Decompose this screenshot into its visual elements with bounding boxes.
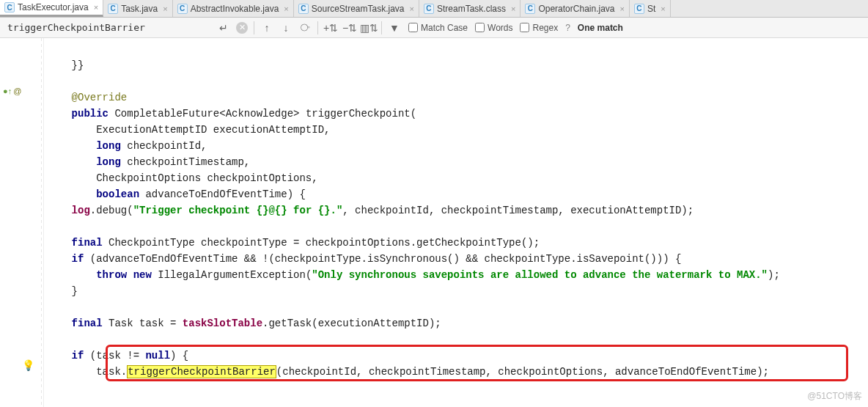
close-icon[interactable]: × — [163, 4, 167, 13]
code-text: .getTask(executionAttemptID); — [262, 318, 441, 329]
code-text: IllegalArgumentException( — [152, 269, 312, 281]
code-indent — [47, 318, 72, 329]
editor-area: ●↑ @ 💡 }} @Override public CompletableFu… — [0, 38, 868, 407]
tab-abstractinvokable-java[interactable]: CAbstractInvokable.java× — [173, 0, 294, 17]
code-text: CheckpointType checkpointType = checkpoi… — [103, 237, 540, 249]
prev-match-icon[interactable]: ↑ — [260, 21, 273, 34]
keyword-final: final — [72, 318, 103, 329]
annotation: @Override — [72, 92, 128, 103]
override-up-icon: ●↑ — [3, 87, 12, 95]
keyword-boolean: boolean — [96, 188, 139, 200]
bulb-icon: 💡 — [22, 359, 34, 371]
code-indent: task. — [47, 366, 127, 378]
select-occurrences-icon[interactable]: ▥⇅ — [362, 21, 375, 34]
close-icon[interactable]: × — [94, 3, 98, 12]
find-input[interactable] — [4, 21, 210, 34]
fold-guide — [41, 38, 42, 407]
string-literal: "Trigger checkpoint {}@{} for {}." — [133, 205, 343, 216]
keyword-if: if — [72, 350, 84, 362]
code-text: (checkpointId, checkpointTimestamp, chec… — [276, 366, 769, 378]
code-text: , checkpointId, checkpointTimestamp, exe… — [342, 205, 694, 216]
code-indent — [47, 350, 72, 362]
tab-label: StreamTask.class — [437, 4, 506, 14]
close-icon[interactable]: × — [410, 4, 414, 13]
code-indent — [47, 205, 72, 216]
close-icon[interactable]: × — [661, 4, 665, 13]
tab-taskexecutor-java[interactable]: CTaskExecutor.java× — [0, 0, 103, 17]
override-gutter-icon[interactable]: ●↑ @ — [3, 85, 38, 97]
tab-st[interactable]: CSt× — [630, 0, 671, 17]
search-highlight: triggerCheckpointBarrier — [127, 365, 276, 378]
remove-selection-icon[interactable]: −⇅ — [343, 21, 356, 34]
java-file-icon: C — [424, 4, 434, 14]
close-icon[interactable]: × — [284, 4, 288, 13]
code-line: ExecutionAttemptID executionAttemptID, — [47, 124, 330, 136]
tab-streamtask-class[interactable]: CStreamTask.class× — [419, 0, 521, 17]
string-literal: "Only synchronous savepoints are allowed… — [312, 269, 768, 281]
java-file-icon: C — [4, 2, 15, 12]
code-text: .debug( — [90, 205, 133, 216]
keyword-long: long — [96, 140, 121, 152]
code-text: checkpointTimestamp, — [121, 156, 250, 168]
field-log: log — [72, 205, 90, 216]
tab-label: SourceStreamTask.java — [312, 4, 405, 14]
code-indent — [47, 188, 96, 200]
tab-sourcestreamtask-java[interactable]: CSourceStreamTask.java× — [294, 0, 419, 17]
filter-icon[interactable]: ▼ — [388, 21, 401, 34]
code-editor[interactable]: }} @Override public CompletableFuture<Ac… — [44, 38, 868, 407]
separator — [317, 21, 318, 34]
tab-label: Task.java — [121, 4, 158, 14]
close-icon[interactable]: × — [620, 4, 625, 13]
code-text: (advanceToEndOfEventTime && !(checkpoint… — [84, 253, 681, 265]
code-text: advanceToEndOfEventTime) { — [139, 188, 306, 200]
select-all-icon[interactable]: ⧂ — [298, 21, 312, 34]
keyword-throw-new: throw new — [96, 269, 152, 281]
regex-checkbox[interactable]: Regex — [520, 23, 558, 33]
code-indent — [47, 269, 96, 281]
regex-label: Regex — [532, 23, 558, 33]
code-text: Task task = — [103, 318, 183, 329]
next-match-icon[interactable]: ↓ — [279, 21, 293, 34]
close-icon[interactable]: × — [511, 4, 515, 13]
code-text: CompletableFuture<Acknowledge> triggerCh… — [108, 108, 416, 120]
tab-task-java[interactable]: CTask.java× — [103, 0, 172, 17]
java-file-icon: C — [298, 4, 309, 14]
separator — [381, 21, 382, 34]
code-indent — [47, 253, 72, 265]
code-text: (task != — [84, 350, 145, 362]
tab-label: AbstractInvokable.java — [191, 4, 279, 14]
keyword-public: public — [72, 108, 108, 120]
keyword-final: final — [72, 237, 103, 249]
code-indent — [47, 156, 96, 168]
clear-icon[interactable]: ✕ — [236, 22, 248, 34]
editor-tabs: CTaskExecutor.java×CTask.java×CAbstractI… — [0, 0, 868, 18]
code-text: checkpointId, — [121, 140, 207, 152]
java-file-icon: C — [525, 4, 535, 14]
keyword-if: if — [72, 253, 84, 265]
java-file-icon: C — [634, 4, 644, 14]
gutter: ●↑ @ 💡 — [0, 38, 44, 407]
match-case-checkbox[interactable]: Match Case — [408, 23, 468, 33]
tab-label: TaskExecutor.java — [18, 2, 89, 12]
keyword-null: null — [145, 350, 170, 362]
annotation-at-icon: @ — [13, 87, 21, 95]
code-line: CheckpointOptions checkpointOptions, — [47, 172, 318, 184]
code-indent — [47, 140, 96, 152]
enter-icon[interactable]: ↵ — [217, 21, 230, 34]
code-indent — [47, 237, 72, 249]
find-controls: ↵ ✕ ↑ ↓ ⧂ +⇅ −⇅ ▥⇅ ▼ — [217, 21, 401, 34]
code-text: ); — [768, 269, 780, 281]
code-text: ) { — [170, 350, 188, 362]
java-file-icon: C — [108, 4, 118, 14]
code-line: } — [47, 285, 78, 297]
code-line: }} — [47, 59, 84, 71]
match-case-label: Match Case — [421, 23, 468, 33]
add-selection-icon[interactable]: +⇅ — [324, 21, 337, 34]
tab-operatorchain-java[interactable]: COperatorChain.java× — [521, 0, 630, 17]
java-file-icon: C — [177, 4, 188, 14]
find-bar: ↵ ✕ ↑ ↓ ⧂ +⇅ −⇅ ▥⇅ ▼ Match Case Words Re… — [0, 18, 868, 38]
separator — [254, 21, 254, 34]
help-icon[interactable]: ? — [565, 23, 570, 33]
words-checkbox[interactable]: Words — [475, 23, 512, 33]
watermark: @51CTO博客 — [807, 390, 862, 403]
